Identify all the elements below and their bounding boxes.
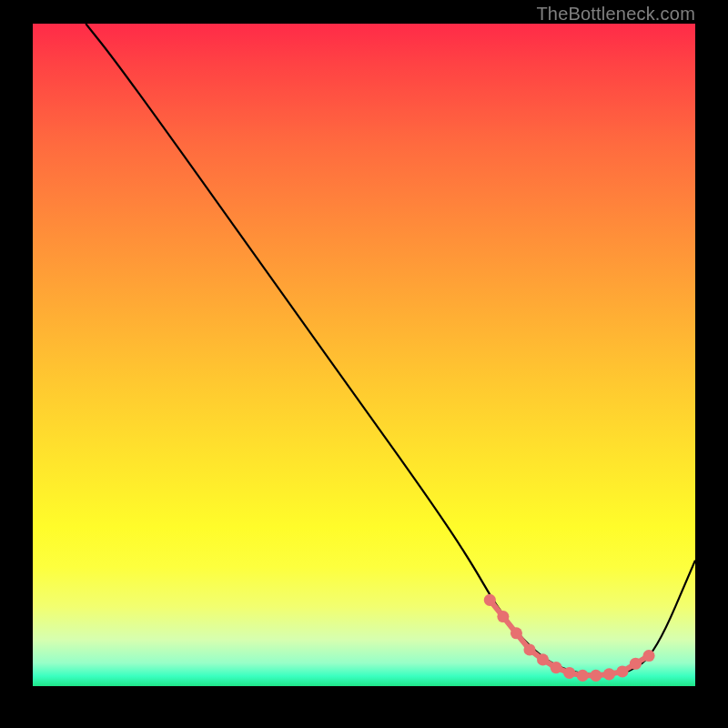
chart-gradient-background [33,24,695,686]
chart-container [33,24,695,704]
attribution-text: TheBottleneck.com [536,4,695,25]
